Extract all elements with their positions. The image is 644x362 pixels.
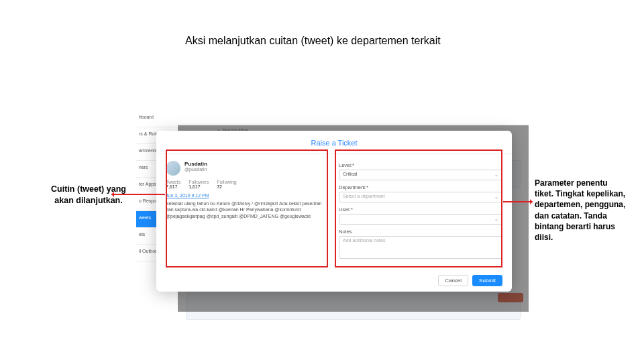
stat-value: 7,617 <box>166 184 178 189</box>
user-label: User:* <box>339 206 502 213</box>
notes-label: Notes <box>339 229 502 235</box>
tweet-handle: @pusdatin <box>184 167 207 172</box>
raise-ticket-modal: Raise a Ticket Pusdatin @pusdatin Tweets… <box>156 131 512 292</box>
tweet-preview: Pusdatin @pusdatin Tweets7,617 Followers… <box>166 161 329 259</box>
chevron-down-icon: ⌄ <box>494 194 498 200</box>
chevron-down-icon: ⌄ <box>494 172 498 178</box>
submit-button[interactable]: Submit <box>472 275 502 286</box>
tweet-text: Selamat ulang tahun bu Katum @rizkiivy /… <box>166 200 329 219</box>
stat-value: 1,617 <box>189 184 201 189</box>
department-label: Department:* <box>339 184 502 190</box>
stat-label: Followers <box>189 180 209 184</box>
stat-label: Following <box>217 180 237 184</box>
stat-value: 72 <box>217 184 222 189</box>
tweet-author: Pusdatin <box>184 161 207 167</box>
ticket-form: Level:* Critical⌄ Department:* Select a … <box>339 161 502 259</box>
notes-textarea[interactable]: Add additional notes <box>339 236 502 259</box>
chevron-down-icon: ⌄ <box>494 217 498 222</box>
cancel-button[interactable]: Cancel <box>438 275 468 286</box>
stat-label: Tweets <box>166 180 180 184</box>
avatar <box>166 161 180 176</box>
sidebar-item[interactable]: hboard <box>136 111 178 127</box>
level-select[interactable]: Critical⌄ <box>339 170 502 180</box>
app-header <box>136 111 529 125</box>
tweet-date[interactable]: Jun 3, 2019 9:12 PM <box>166 193 329 198</box>
arrow-right <box>503 201 533 202</box>
user-select[interactable]: ⌄ <box>339 214 502 225</box>
department-select[interactable]: Select a department⌄ <box>339 192 502 202</box>
right-annotation: Parameter penentu tiket. Tingkat kepelik… <box>535 178 629 243</box>
slide-title: Aksi melanjutkan cuitan (tweet) ke depar… <box>185 35 441 47</box>
modal-header: Raise a Ticket <box>156 131 512 154</box>
modal-title: Raise a Ticket <box>311 139 357 147</box>
level-label: Level:* <box>339 162 502 168</box>
arrow-left <box>111 194 165 195</box>
